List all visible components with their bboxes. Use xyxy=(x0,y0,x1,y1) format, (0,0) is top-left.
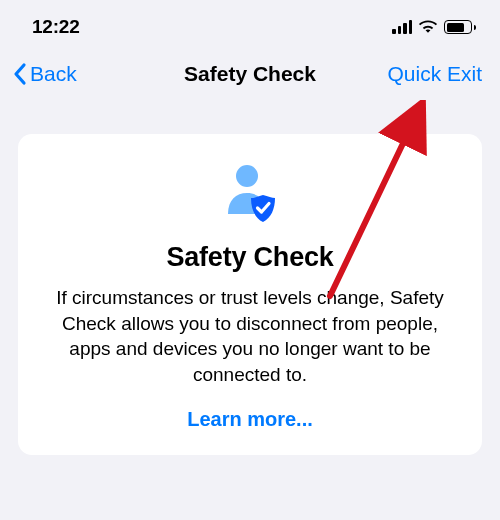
safety-check-card: Safety Check If circumstances or trust l… xyxy=(18,134,482,455)
status-time: 12:22 xyxy=(32,16,80,38)
cellular-signal-icon xyxy=(392,20,412,34)
quick-exit-button[interactable]: Quick Exit xyxy=(387,62,482,86)
navigation-bar: Back Safety Check Quick Exit xyxy=(0,48,500,104)
card-title: Safety Check xyxy=(42,242,458,273)
back-label: Back xyxy=(30,62,77,86)
status-bar: 12:22 xyxy=(0,0,500,48)
page-title: Safety Check xyxy=(184,62,316,86)
status-icons xyxy=(392,20,476,34)
back-button[interactable]: Back xyxy=(12,62,77,86)
wifi-icon xyxy=(418,20,438,34)
battery-icon xyxy=(444,20,476,34)
svg-point-0 xyxy=(236,165,258,187)
chevron-left-icon xyxy=(12,62,28,86)
person-shield-icon xyxy=(42,162,458,224)
card-description: If circumstances or trust levels change,… xyxy=(42,285,458,388)
learn-more-link[interactable]: Learn more... xyxy=(42,408,458,431)
